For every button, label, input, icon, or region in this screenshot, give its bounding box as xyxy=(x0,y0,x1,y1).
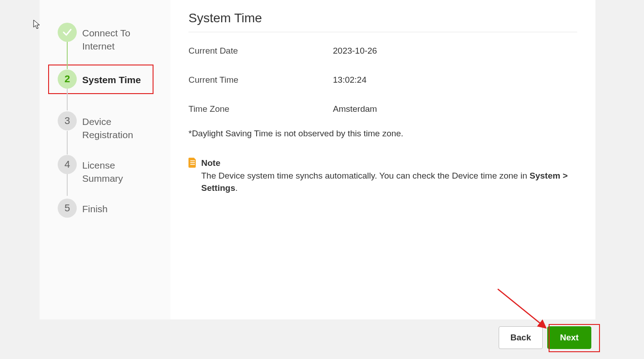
field-label: Current Time xyxy=(188,75,333,85)
page-title: System Time xyxy=(188,11,577,32)
back-button[interactable]: Back xyxy=(499,326,543,349)
field-value: 13:02:24 xyxy=(333,75,367,85)
step-connect-to-internet[interactable]: Connect To Internet xyxy=(40,23,170,70)
step-system-time[interactable]: 2 System Time xyxy=(40,70,170,111)
step-circle-pending: 3 xyxy=(58,111,77,130)
svg-rect-2 xyxy=(190,164,195,165)
step-label: Connect To Internet xyxy=(77,23,154,53)
wizard-sidebar: Connect To Internet 2 System Time 3 Devi… xyxy=(40,0,170,319)
note-body-suffix: . xyxy=(235,183,238,193)
next-button[interactable]: Next xyxy=(547,326,591,349)
step-label: System Time xyxy=(77,70,141,86)
field-value: 2023-10-26 xyxy=(333,46,377,56)
step-circle-active: 2 xyxy=(58,70,77,89)
step-connector xyxy=(67,42,68,69)
step-list: Connect To Internet 2 System Time 3 Devi… xyxy=(40,23,170,218)
field-current-date: Current Date 2023-10-26 xyxy=(188,46,577,56)
field-time-zone: Time Zone Amsterdam xyxy=(188,104,577,114)
svg-rect-1 xyxy=(190,162,195,163)
dst-note: *Daylight Saving Time is not observed by… xyxy=(188,129,577,139)
note-body-prefix: The Device system time synchs automatica… xyxy=(201,171,530,180)
field-current-time: Current Time 13:02:24 xyxy=(188,75,577,85)
wizard-panel: Connect To Internet 2 System Time 3 Devi… xyxy=(40,0,595,319)
step-finish[interactable]: 5 Finish xyxy=(40,199,170,218)
step-label: Finish xyxy=(77,199,108,215)
step-label: License Summary xyxy=(77,155,154,185)
field-list: Current Date 2023-10-26 Current Time 13:… xyxy=(188,46,577,114)
wizard-footer: Back Next xyxy=(499,326,596,349)
step-device-registration[interactable]: 3 Device Registration xyxy=(40,111,170,155)
check-icon xyxy=(62,27,73,38)
step-license-summary[interactable]: 4 License Summary xyxy=(40,155,170,199)
step-connector xyxy=(67,89,68,110)
wizard-main: System Time Current Date 2023-10-26 Curr… xyxy=(170,0,595,319)
note-icon xyxy=(188,158,197,168)
step-circle-pending: 5 xyxy=(58,199,77,218)
step-label: Device Registration xyxy=(77,111,154,142)
step-circle-done xyxy=(58,23,77,42)
step-circle-pending: 4 xyxy=(58,155,77,174)
field-label: Current Date xyxy=(188,46,333,56)
field-label: Time Zone xyxy=(188,104,333,114)
step-connector xyxy=(67,174,68,196)
note-title: Note xyxy=(201,158,220,168)
svg-rect-0 xyxy=(190,160,195,161)
step-connector xyxy=(67,131,68,155)
note-block: Note The Device system time synchs autom… xyxy=(188,157,577,194)
note-text: Note The Device system time synchs autom… xyxy=(201,157,577,194)
field-value: Amsterdam xyxy=(333,104,377,114)
